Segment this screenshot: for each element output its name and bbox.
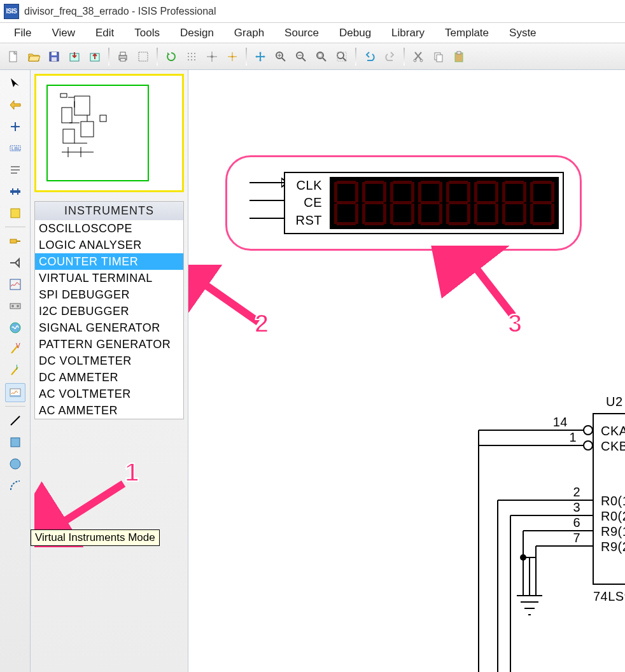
print-button[interactable] <box>113 47 132 66</box>
menu-design[interactable]: Design <box>170 24 224 42</box>
svg-point-41 <box>17 305 19 307</box>
svg-point-20 <box>232 55 234 57</box>
main-toolbar <box>0 43 625 70</box>
menu-library[interactable]: Library <box>381 24 435 42</box>
side-panel: INSTRUMENTS OSCILLOSCOPELOGIC ANALYSERCO… <box>31 70 188 672</box>
instrument-item[interactable]: DC VOLTMETER <box>35 353 183 369</box>
current-probe-button[interactable]: I <box>5 361 25 381</box>
component-mode-button[interactable] <box>5 95 25 115</box>
selection-mode-button[interactable] <box>5 74 25 93</box>
instruments-panel: INSTRUMENTS OSCILLOSCOPELOGIC ANALYSERCO… <box>34 201 184 419</box>
svg-text:V: V <box>16 342 20 349</box>
annotation-arrow-2 <box>188 265 290 347</box>
instrument-item[interactable]: SPI DEBUGGER <box>35 286 183 303</box>
origin-button[interactable] <box>202 47 221 66</box>
bus-button[interactable] <box>5 182 25 201</box>
refresh-button[interactable] <box>162 47 181 66</box>
svg-point-10 <box>188 53 189 54</box>
menu-debug[interactable]: Debug <box>329 24 381 42</box>
svg-point-17 <box>191 59 192 60</box>
graph-button[interactable] <box>5 275 25 294</box>
pin-rst: RST <box>296 213 323 228</box>
instrument-item[interactable]: I2C DEBUGGER <box>35 303 183 319</box>
redo-button[interactable] <box>381 47 400 66</box>
tape-button[interactable] <box>5 297 25 316</box>
instrument-item[interactable]: SIGNAL GENERATOR <box>35 319 183 336</box>
overview-window[interactable] <box>34 74 184 192</box>
wire <box>249 182 285 183</box>
instruments-header: INSTRUMENTS <box>35 202 183 220</box>
side-separator <box>5 227 25 228</box>
pan-button[interactable] <box>251 47 270 66</box>
overview-schematic <box>55 90 119 166</box>
crosshair-button[interactable] <box>223 47 242 66</box>
copy-button[interactable] <box>429 47 448 66</box>
svg-text:R9(2: R9(2 <box>601 540 625 554</box>
instrument-item[interactable]: AC VOLTMETER <box>35 386 183 402</box>
svg-point-18 <box>194 59 195 60</box>
import-button[interactable] <box>65 47 84 66</box>
svg-rect-37 <box>10 239 17 243</box>
virtual-instruments-button[interactable] <box>5 383 25 402</box>
label-button[interactable]: LBL <box>5 139 25 158</box>
menu-tools[interactable]: Tools <box>124 24 170 42</box>
svg-point-11 <box>191 53 192 54</box>
counter-timer-component[interactable]: CLK CE RST <box>284 172 564 234</box>
seven-segment-display <box>330 177 559 229</box>
line-button[interactable] <box>5 411 25 430</box>
svg-rect-46 <box>10 395 20 397</box>
svg-line-92 <box>53 484 123 528</box>
zoom-area-button[interactable] <box>332 47 351 66</box>
open-button[interactable] <box>24 47 43 66</box>
cut-button[interactable] <box>409 47 428 66</box>
new-button[interactable] <box>4 47 23 66</box>
menu-file[interactable]: File <box>4 24 41 42</box>
instrument-item[interactable]: COUNTER TIMER <box>35 253 183 270</box>
voltage-probe-button[interactable]: V <box>5 340 25 359</box>
circle-button[interactable] <box>5 454 25 473</box>
instrument-item[interactable]: OSCILLOSCOPE <box>35 220 183 237</box>
save-button[interactable] <box>45 47 64 66</box>
area-button[interactable] <box>134 47 153 66</box>
instrument-item[interactable]: DC AMMETER <box>35 369 183 386</box>
canvas[interactable]: CLK CE RST 2 3 U2 74LS9 CKA 14 CKB 1 <box>188 70 625 672</box>
annotation-arrow-3 <box>430 246 538 335</box>
subcircuit-button[interactable] <box>5 204 25 223</box>
zoom-all-button[interactable] <box>312 47 331 66</box>
generator-button[interactable] <box>5 318 25 337</box>
annotation-number-2: 2 <box>255 309 269 338</box>
svg-point-14 <box>191 56 192 57</box>
instrument-item[interactable]: AC AMMETER <box>35 402 183 419</box>
annotation-number-1: 1 <box>125 458 139 487</box>
paste-button[interactable] <box>449 47 468 66</box>
svg-text:3: 3 <box>573 500 580 514</box>
menu-system[interactable]: Syste <box>499 24 547 42</box>
side-toolbar: LBL V I <box>0 70 31 672</box>
menu-graph[interactable]: Graph <box>224 24 274 42</box>
arc-button[interactable] <box>5 476 25 495</box>
toolbar-separator <box>404 48 405 66</box>
menu-view[interactable]: View <box>41 24 85 42</box>
instrument-item[interactable]: PATTERN GENERATOR <box>35 336 183 353</box>
menu-source[interactable]: Source <box>274 24 329 42</box>
grid-button[interactable] <box>182 47 201 66</box>
terminal-button[interactable] <box>5 232 25 251</box>
pin-button[interactable] <box>5 253 25 272</box>
svg-point-12 <box>194 53 195 54</box>
instrument-item[interactable]: VIRTUAL TERMINAL <box>35 270 183 286</box>
export-button[interactable] <box>85 47 104 66</box>
zoom-in-button[interactable] <box>271 47 290 66</box>
toolbar-separator <box>246 48 247 66</box>
zoom-out-button[interactable] <box>291 47 311 66</box>
tooltip: Virtual Instruments Mode <box>31 529 160 546</box>
menu-edit[interactable]: Edit <box>85 24 124 42</box>
svg-point-13 <box>188 56 189 57</box>
box-button[interactable] <box>5 433 25 452</box>
undo-button[interactable] <box>360 47 379 66</box>
text-button[interactable] <box>5 160 25 179</box>
menu-template[interactable]: Template <box>435 24 499 42</box>
instrument-item[interactable]: LOGIC ANALYSER <box>35 237 183 253</box>
instruments-list[interactable]: OSCILLOSCOPELOGIC ANALYSERCOUNTER TIMERV… <box>35 220 183 419</box>
junction-button[interactable] <box>5 117 25 136</box>
svg-rect-51 <box>62 108 72 123</box>
